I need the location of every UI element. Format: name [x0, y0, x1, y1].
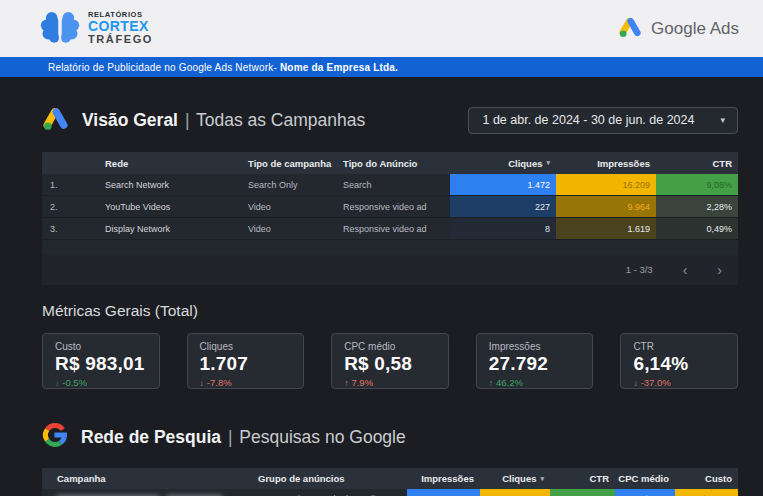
arrow-down-icon: ↓	[633, 378, 637, 388]
top-header-bar: RELATÓRIOS CORTEX TRÁFEGO Google Ads	[0, 0, 763, 57]
cell-rede: Search Network	[90, 174, 240, 195]
heatmap-cell-custo: R$ 812,5	[675, 489, 738, 496]
header-tipo-anuncio[interactable]: Tipo do Anúncio	[335, 152, 450, 174]
header-ctr[interactable]: CTR	[550, 468, 615, 489]
scorecard-delta: ↓ -37.0%	[633, 377, 725, 388]
overview-table: Rede Tipo de campanha Tipo do Anúncio Cl…	[42, 152, 738, 285]
search-section-title: Rede de Pesquia | Pesquisas no Google	[81, 427, 406, 448]
heatmap-cell-impressoes: 16.209	[407, 489, 480, 496]
header-campanha[interactable]: Campanha	[42, 468, 250, 489]
scorecard-label: CPC médio	[344, 341, 436, 352]
arrow-up-icon: ↑	[489, 378, 493, 388]
table-row: 2. YouTube Videos Video Responsive video…	[42, 196, 738, 218]
report-page: RELATÓRIOS CORTEX TRÁFEGO Google Ads Rel…	[0, 0, 763, 496]
header-impressoes[interactable]: Impressões	[407, 468, 480, 489]
google-ads-triangle-icon	[618, 16, 642, 42]
scorecard-value: 6,14%	[633, 353, 725, 375]
banner-text: Relatório de Publicidade no Google Ads N…	[48, 62, 398, 73]
google-g-icon	[42, 422, 68, 452]
scorecard-value: R$ 983,01	[55, 353, 147, 375]
cell-rede: YouTube Videos	[90, 196, 240, 217]
scorecard-delta: ↑ 7.9%	[344, 377, 436, 388]
heatmap-cell-ctr: 9,08%	[550, 489, 615, 496]
chevron-left-icon[interactable]: ‹	[683, 265, 688, 275]
chevron-down-icon: ▾	[720, 115, 725, 125]
date-range-selector[interactable]: 1 de abr. de 2024 - 30 de jun. de 2024 ▾	[468, 107, 738, 134]
pagination-label: 1 - 3/3	[626, 264, 653, 275]
search-table-header-row: Campanha Grupo de anúncios Impressões Cl…	[42, 468, 738, 489]
cell-tipo-campanha: Video	[240, 196, 335, 217]
heatmap-cell-impressoes: 9.964	[556, 196, 656, 217]
scorecard-label: Cliques	[200, 341, 292, 352]
scorecard-value: 1.707	[200, 353, 292, 375]
cell-tipo-anuncio: Search	[335, 174, 450, 195]
cell-tipo-anuncio: Responsive video ad	[335, 218, 450, 239]
cell-tipo-campanha: Search Only	[240, 174, 335, 195]
sort-desc-icon: ▾	[546, 159, 550, 167]
scorecard-delta: ↓ -7.8%	[200, 377, 292, 388]
cell-tipo-campanha: Video	[240, 218, 335, 239]
scorecard-impressoes: Impressões 27.792 ↑ 46.2%	[476, 333, 594, 389]
cortex-brand-logo: RELATÓRIOS CORTEX TRÁFEGO	[40, 9, 153, 49]
header-index	[42, 152, 90, 174]
search-section-header: Rede de Pesquia | Pesquisas no Google	[42, 423, 738, 451]
overview-section-header: Visão Geral | Todas as Campanhas 1 de ab…	[42, 105, 738, 135]
row-index: 1.	[42, 174, 90, 195]
scorecard-ctr: CTR 6,14% ↓ -37.0%	[620, 333, 738, 389]
scorecard-label: CTR	[633, 341, 725, 352]
heatmap-cell-ctr: 9,08%	[656, 174, 738, 195]
heatmap-cell-impressoes: 1.619	[556, 218, 656, 239]
overview-table-header-row: Rede Tipo de campanha Tipo do Anúncio Cl…	[42, 152, 738, 174]
heatmap-cell-ctr: 0,49%	[656, 218, 738, 239]
scorecard-custo: Custo R$ 983,01 ↓ -0.5%	[42, 333, 160, 389]
header-grupo-anuncios[interactable]: Grupo de anúncios	[250, 468, 407, 489]
header-ctr[interactable]: CTR	[656, 152, 738, 174]
table-row: Grupo Meio e Fundo de Funil 16.209 1.472…	[42, 489, 738, 496]
heatmap-cell-impressoes: 16.209	[556, 174, 656, 195]
scorecards-row: Custo R$ 983,01 ↓ -0.5% Cliques 1.707 ↓ …	[42, 333, 738, 389]
google-ads-triangle-icon	[42, 106, 69, 135]
header-cliques-sorted[interactable]: Cliques ▾	[450, 152, 556, 174]
scorecard-cpc-medio: CPC médio R$ 0,58 ↑ 7.9%	[331, 333, 449, 389]
metrics-section-title: Métricas Gerais (Total)	[42, 302, 738, 320]
row-index: 3.	[42, 218, 90, 239]
report-title-banner: Relatório de Publicidade no Google Ads N…	[0, 57, 763, 77]
header-tipo-campanha[interactable]: Tipo de campanha	[240, 152, 335, 174]
heatmap-cell-cpc: R$ 0,55	[615, 489, 675, 496]
arrow-down-icon: ↓	[200, 378, 204, 388]
brand-line-2: CORTEX	[88, 19, 153, 34]
header-impressoes[interactable]: Impressões	[556, 152, 656, 174]
heatmap-cell-cliques: 1.472	[450, 174, 556, 195]
header-cpc-medio[interactable]: CPC médio	[615, 468, 675, 489]
row-index: 2.	[42, 196, 90, 217]
scorecard-label: Impressões	[489, 341, 581, 352]
search-table: Campanha Grupo de anúncios Impressões Cl…	[42, 468, 738, 496]
company-name: Nome da Empresa Ltda.	[280, 62, 398, 73]
header-rede[interactable]: Rede	[90, 152, 240, 174]
google-ads-logo: Google Ads	[618, 16, 739, 42]
scorecard-label: Custo	[55, 341, 147, 352]
scorecard-delta: ↑ 46.2%	[489, 377, 581, 388]
heatmap-cell-ctr: 2,28%	[656, 196, 738, 217]
scorecard-delta: ↓ -0.5%	[55, 377, 147, 388]
arrow-up-icon: ↑	[344, 378, 348, 388]
date-range-value: 1 de abr. de 2024 - 30 de jun. de 2024	[482, 113, 694, 127]
table-row: 1. Search Network Search Only Search 1.4…	[42, 174, 738, 196]
brand-text: RELATÓRIOS CORTEX TRÁFEGO	[88, 11, 153, 45]
heatmap-cell-cliques: 1.472	[480, 489, 550, 496]
scorecard-value: 27.792	[489, 353, 581, 375]
brain-icon	[40, 9, 80, 49]
heatmap-cell-cliques: 227	[450, 196, 556, 217]
arrow-down-icon: ↓	[55, 378, 59, 388]
table-row: 3. Display Network Video Responsive vide…	[42, 218, 738, 240]
google-ads-logo-text: Google Ads	[651, 19, 739, 39]
cell-grupo-anuncios: Grupo Meio e Fundo de Funil	[250, 489, 407, 496]
scorecard-cliques: Cliques 1.707 ↓ -7.8%	[187, 333, 305, 389]
header-cliques-sorted[interactable]: Cliques ▾	[480, 468, 550, 489]
cell-campanha-redacted	[42, 489, 250, 496]
overview-section-title: Visão Geral | Todas as Campanhas	[82, 110, 365, 131]
scorecard-value: R$ 0,58	[344, 353, 436, 375]
heatmap-cell-cliques: 8	[450, 218, 556, 239]
header-custo[interactable]: Custo	[675, 468, 738, 489]
chevron-right-icon[interactable]: ›	[717, 265, 722, 275]
